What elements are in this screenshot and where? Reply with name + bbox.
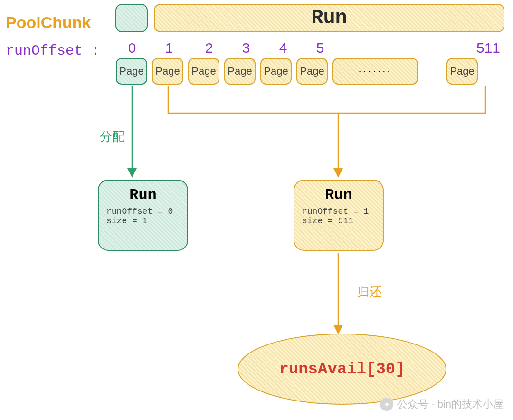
offset-5: 5 <box>311 40 330 56</box>
watermark-text: 公众号 · bin的技术小屋 <box>397 397 504 411</box>
return-label: 归还 <box>357 284 382 300</box>
watermark: ✦ 公众号 · bin的技术小屋 <box>380 397 504 411</box>
wechat-icon: ✦ <box>380 398 393 411</box>
page-1: Page <box>152 58 183 85</box>
offset-3: 3 <box>237 40 256 56</box>
page-dots: ······· <box>332 58 418 85</box>
runoffset-label: runOffset : <box>6 43 100 59</box>
pages-row: Page Page Page Page Page Page ······· Pa… <box>116 58 478 85</box>
page-3: Page <box>224 58 256 85</box>
poolchunk-label: PoolChunk <box>6 13 91 32</box>
allocate-label: 分配 <box>100 128 124 145</box>
run-right-line2: size = 511 <box>302 216 353 226</box>
page-5: Page <box>296 58 328 85</box>
run-left-line1: runOffset = 0 <box>106 207 173 216</box>
offset-4: 4 <box>274 40 293 56</box>
offset-1: 1 <box>160 40 179 56</box>
page-511: Page <box>446 58 478 85</box>
offset-2: 2 <box>200 40 218 56</box>
page-2: Page <box>188 58 219 85</box>
offset-0: 0 <box>123 40 142 56</box>
page-0: Page <box>116 58 147 85</box>
run-left-line2: size = 1 <box>106 216 147 226</box>
runsavail-ellipse: runsAvail[30] <box>238 334 446 405</box>
run-box-left: Run runOffset = 0 size = 1 <box>98 180 188 251</box>
page-4: Page <box>260 58 292 85</box>
offset-511: 511 <box>474 40 503 56</box>
run-left-title: Run <box>129 186 157 204</box>
run-bar-text: Run <box>311 7 347 29</box>
poolchunk-head-box <box>115 4 148 32</box>
run-box-right: Run runOffset = 1 size = 511 <box>294 180 384 251</box>
run-bar: Run <box>154 4 504 32</box>
runsavail-text: runsAvail[30] <box>279 360 405 378</box>
run-right-title: Run <box>325 186 352 204</box>
run-right-line1: runOffset = 1 <box>302 207 369 216</box>
